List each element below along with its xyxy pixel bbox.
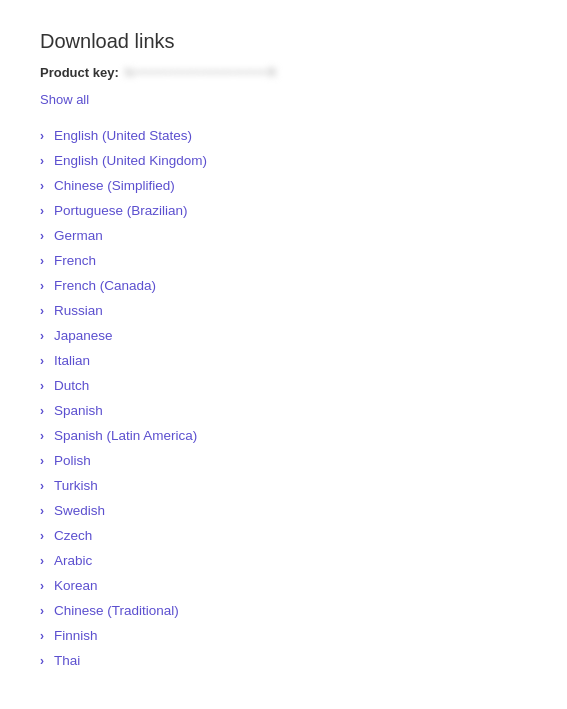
language-name: Spanish [54, 403, 103, 418]
chevron-icon: › [40, 579, 44, 593]
chevron-icon: › [40, 479, 44, 493]
language-item[interactable]: ›English (United Kingdom) [40, 148, 527, 173]
language-item[interactable]: ›English (United States) [40, 123, 527, 148]
page-title: Download links [40, 30, 527, 53]
chevron-icon: › [40, 154, 44, 168]
language-item[interactable]: ›German [40, 223, 527, 248]
language-item[interactable]: ›Dutch [40, 373, 527, 398]
chevron-icon: › [40, 354, 44, 368]
chevron-icon: › [40, 654, 44, 668]
chevron-icon: › [40, 454, 44, 468]
product-key-value: N••••••••••••••••••••R [125, 65, 279, 80]
language-name: French (Canada) [54, 278, 156, 293]
chevron-icon: › [40, 504, 44, 518]
language-item[interactable]: ›Czech [40, 523, 527, 548]
chevron-icon: › [40, 229, 44, 243]
language-name: Korean [54, 578, 98, 593]
language-item[interactable]: ›Polish [40, 448, 527, 473]
chevron-icon: › [40, 254, 44, 268]
language-item[interactable]: ›Turkish [40, 473, 527, 498]
language-item[interactable]: ›Arabic [40, 548, 527, 573]
language-item[interactable]: ›Chinese (Simplified) [40, 173, 527, 198]
language-name: Czech [54, 528, 92, 543]
language-name: Russian [54, 303, 103, 318]
language-name: Swedish [54, 503, 105, 518]
chevron-icon: › [40, 554, 44, 568]
chevron-icon: › [40, 629, 44, 643]
product-key-label: Product key: [40, 65, 119, 80]
language-item[interactable]: ›French [40, 248, 527, 273]
language-name: French [54, 253, 96, 268]
chevron-icon: › [40, 179, 44, 193]
chevron-icon: › [40, 529, 44, 543]
language-item[interactable]: ›Portuguese (Brazilian) [40, 198, 527, 223]
language-name: Italian [54, 353, 90, 368]
language-item[interactable]: ›Thai [40, 648, 527, 673]
language-name: Portuguese (Brazilian) [54, 203, 188, 218]
show-all-link[interactable]: Show all [40, 92, 527, 107]
language-list: ›English (United States)›English (United… [40, 123, 527, 673]
chevron-icon: › [40, 404, 44, 418]
language-item[interactable]: ›Italian [40, 348, 527, 373]
chevron-icon: › [40, 604, 44, 618]
language-item[interactable]: ›Russian [40, 298, 527, 323]
language-item[interactable]: ›Chinese (Traditional) [40, 598, 527, 623]
language-name: Arabic [54, 553, 92, 568]
language-item[interactable]: ›Korean [40, 573, 527, 598]
chevron-icon: › [40, 329, 44, 343]
chevron-icon: › [40, 429, 44, 443]
language-item[interactable]: ›Finnish [40, 623, 527, 648]
language-name: Finnish [54, 628, 98, 643]
language-name: English (United Kingdom) [54, 153, 207, 168]
language-name: Chinese (Traditional) [54, 603, 179, 618]
chevron-icon: › [40, 204, 44, 218]
language-name: German [54, 228, 103, 243]
language-name: Turkish [54, 478, 98, 493]
product-key-row: Product key: N••••••••••••••••••••R [40, 65, 527, 80]
language-item[interactable]: ›Spanish (Latin America) [40, 423, 527, 448]
chevron-icon: › [40, 304, 44, 318]
language-name: English (United States) [54, 128, 192, 143]
language-name: Dutch [54, 378, 89, 393]
language-item[interactable]: ›Spanish [40, 398, 527, 423]
language-item[interactable]: ›Swedish [40, 498, 527, 523]
chevron-icon: › [40, 279, 44, 293]
language-name: Chinese (Simplified) [54, 178, 175, 193]
language-item[interactable]: ›French (Canada) [40, 273, 527, 298]
language-item[interactable]: ›Japanese [40, 323, 527, 348]
language-name: Polish [54, 453, 91, 468]
language-name: Spanish (Latin America) [54, 428, 197, 443]
language-name: Japanese [54, 328, 113, 343]
chevron-icon: › [40, 379, 44, 393]
language-name: Thai [54, 653, 80, 668]
chevron-icon: › [40, 129, 44, 143]
